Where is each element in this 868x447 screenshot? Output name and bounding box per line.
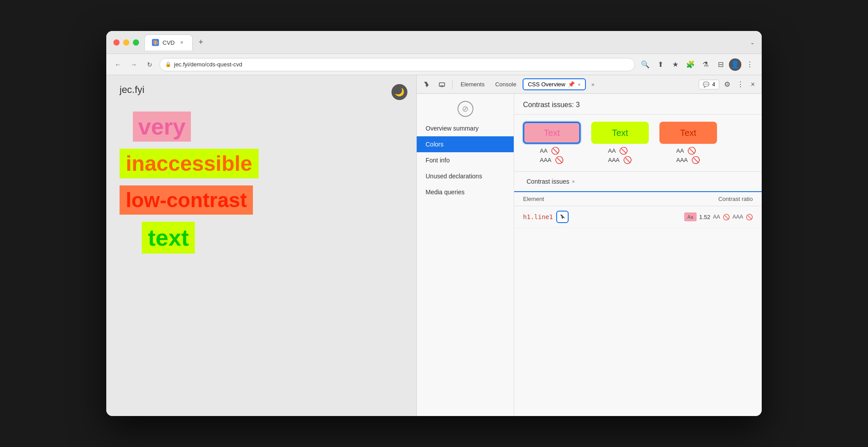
contrast-tab-close[interactable]: × <box>572 179 574 184</box>
sidebar-item-media[interactable]: Media queries <box>417 184 514 200</box>
browser-window: 🎨 CVD × + ⌄ ← → ↻ 🔒 jec.fyi/demo/cds-que… <box>106 31 762 416</box>
swatch-2-ratings: AA 🚫 AAA 🚫 <box>608 146 632 164</box>
badge-count: 4 <box>712 81 715 88</box>
ratio-column-header: Contrast ratio <box>664 196 753 202</box>
table-row: h1.line1 Aa <box>514 206 762 228</box>
search-button[interactable]: 🔍 <box>639 58 652 71</box>
swatch-2-aa-no: 🚫 <box>619 146 628 155</box>
swatch-1-text: Text <box>544 128 560 138</box>
contrast-issues-tab[interactable]: Contrast issues × <box>523 176 578 187</box>
word-low-contrast: low-contrast <box>120 185 253 215</box>
element-name: h1.line1 <box>523 213 553 220</box>
console-tab[interactable]: Console <box>491 79 521 89</box>
extensions-button[interactable]: 🧩 <box>684 58 697 71</box>
swatch-box-1[interactable]: Text <box>523 122 581 144</box>
sidebar-item-font[interactable]: Font info <box>417 152 514 168</box>
swatch-2-aaa-label: AAA <box>608 157 620 163</box>
svg-rect-0 <box>439 83 445 86</box>
maximize-traffic-light[interactable] <box>133 39 139 46</box>
aa-swatch-label: Aa <box>687 214 693 220</box>
tab-close-button[interactable]: × <box>178 39 185 46</box>
swatch-box-2[interactable]: Text <box>591 122 649 144</box>
settings-button[interactable]: ⚙ <box>721 78 733 91</box>
lock-icon: 🔒 <box>165 62 171 67</box>
more-tabs-button[interactable]: » <box>588 79 598 90</box>
swatch-3-aa-no: 🚫 <box>687 146 696 155</box>
more-button[interactable]: ⌄ <box>750 39 755 46</box>
devtools-more-button[interactable]: ⋮ <box>735 79 746 90</box>
close-traffic-light[interactable] <box>113 39 120 46</box>
swatch-3-text: Text <box>680 128 697 138</box>
word-very: very <box>133 112 191 142</box>
swatch-1-ratings: AA 🚫 AAA 🚫 <box>540 146 564 164</box>
content-area: jec.fyi 🌙 very inaccessible low-contrast… <box>106 75 762 416</box>
notifications-badge[interactable]: 💬 4 <box>699 80 719 89</box>
reload-button[interactable]: ↻ <box>143 58 156 71</box>
aa-fail-icon: 🚫 <box>723 214 730 220</box>
forward-button[interactable]: → <box>128 58 140 71</box>
contrast-table: Element Contrast ratio h1.line1 <box>514 192 762 416</box>
back-button[interactable]: ← <box>112 58 124 71</box>
aaa-fail-icon: 🚫 <box>746 214 753 220</box>
ratio-value: 1.52 <box>699 214 710 220</box>
css-overview-pin-icon: 📌 <box>568 81 575 88</box>
new-tab-button[interactable]: + <box>194 36 207 49</box>
bookmark-button[interactable]: ★ <box>669 58 682 71</box>
devtools-main-panel: Contrast issues: 3 Text AA 🚫 <box>514 94 762 416</box>
address-bar[interactable]: 🔒 jec.fyi/demo/cds-quest-cvd <box>159 58 635 71</box>
split-button[interactable]: ⊟ <box>714 58 727 71</box>
swatch-1-aaa-label: AAA <box>540 157 551 163</box>
devtools-close-button[interactable]: × <box>748 79 758 90</box>
swatch-3-aaa-label: AAA <box>676 157 688 163</box>
aa-label-row: AA <box>713 214 720 220</box>
aaa-label-row: AAA <box>732 214 743 220</box>
row-ratio: Aa 1.52 AA 🚫 AAA 🚫 <box>664 212 753 221</box>
site-label: jec.fyi <box>120 84 403 96</box>
swatch-2-aa-label: AA <box>608 147 616 154</box>
inspect-tool-button[interactable] <box>420 78 434 91</box>
sidebar-item-unused[interactable]: Unused declarations <box>417 168 514 184</box>
sidebar-item-colors[interactable]: Colors <box>417 136 514 152</box>
traffic-lights <box>113 39 139 46</box>
swatch-2: Text AA 🚫 AAA 🚫 <box>591 122 649 164</box>
devtools-sidebar: ⊘ Overview summary Colors Font info Unus… <box>417 94 514 416</box>
row-element: h1.line1 <box>523 211 664 223</box>
swatch-3: Text AA 🚫 AAA 🚫 <box>659 122 717 164</box>
devtools-body: ⊘ Overview summary Colors Font info Unus… <box>417 94 762 416</box>
tab-favicon: 🎨 <box>152 39 159 46</box>
css-overview-tab[interactable]: CSS Overview 📌 × <box>523 78 586 90</box>
device-emulation-button[interactable] <box>435 78 449 91</box>
more-vert-button[interactable]: ⋮ <box>743 58 756 71</box>
toolbar-separator <box>452 80 453 89</box>
table-header: Element Contrast ratio <box>514 192 762 206</box>
elements-tab[interactable]: Elements <box>456 79 489 89</box>
nav-bar: ← → ↻ 🔒 jec.fyi/demo/cds-quest-cvd 🔍 ⬆ ★… <box>106 54 762 75</box>
profile-button[interactable]: 👤 <box>729 58 741 71</box>
contrast-tab-label: Contrast issues <box>527 178 569 185</box>
address-text: jec.fyi/demo/cds-quest-cvd <box>174 61 629 68</box>
swatch-3-aa-label: AA <box>676 147 684 154</box>
swatch-1: Text AA 🚫 AAA 🚫 <box>523 122 581 164</box>
devtools-panel: Elements Console CSS Overview 📌 × » 💬 4 … <box>416 75 762 416</box>
aa-color-swatch: Aa <box>684 212 697 221</box>
css-overview-close[interactable]: × <box>577 82 580 87</box>
contrast-table-header: Contrast issues × <box>514 172 762 192</box>
word-text: text <box>142 222 195 254</box>
swatch-3-ratings: AA 🚫 AAA 🚫 <box>676 146 700 164</box>
element-column-header: Element <box>523 196 664 202</box>
active-tab[interactable]: 🎨 CVD × <box>144 35 193 50</box>
blocked-icon: ⊘ <box>457 101 473 117</box>
lab-button[interactable]: ⚗ <box>699 58 712 71</box>
share-button[interactable]: ⬆ <box>654 58 667 71</box>
swatch-1-aa-no: 🚫 <box>551 146 560 155</box>
page-content: jec.fyi 🌙 very inaccessible low-contrast… <box>106 75 416 416</box>
inspect-element-button[interactable] <box>556 211 569 223</box>
tab-bar: 🎨 CVD × + <box>144 35 745 50</box>
swatch-box-3[interactable]: Text <box>659 122 717 144</box>
dark-mode-toggle[interactable]: 🌙 <box>391 84 407 100</box>
swatch-1-aaa-no: 🚫 <box>555 156 564 164</box>
badge-icon: 💬 <box>703 81 709 88</box>
minimize-traffic-light[interactable] <box>123 39 129 46</box>
sidebar-item-overview[interactable]: Overview summary <box>417 120 514 136</box>
swatch-2-aaa-no: 🚫 <box>623 156 632 164</box>
